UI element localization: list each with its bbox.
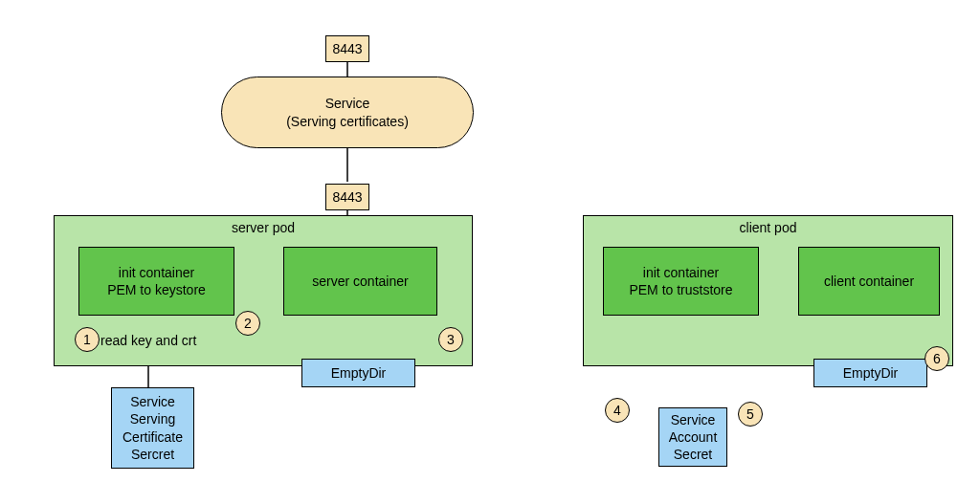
client-init-container: init container PEM to truststore — [603, 247, 759, 316]
server-secret-3: Certificate — [122, 428, 183, 446]
service-title-2: (Serving certificates) — [286, 113, 409, 130]
client-secret-3: Secret — [674, 446, 712, 463]
client-container-label: client container — [824, 273, 914, 290]
server-init-line2: PEM to keystore — [107, 281, 206, 298]
server-secret-1: Service — [130, 393, 175, 410]
callout-1: 1 — [75, 327, 100, 352]
callout-4: 4 — [605, 398, 630, 423]
callout-6: 6 — [924, 346, 949, 371]
server-container-label: server container — [312, 273, 408, 290]
callout-2: 2 — [235, 311, 260, 336]
server-container: server container — [283, 247, 437, 316]
client-init-line2: PEM to truststore — [629, 281, 732, 298]
server-pod-port-badge: 8443 — [325, 184, 369, 210]
server-init-line1: init container — [119, 264, 194, 281]
client-emptydir-label: EmptyDir — [843, 364, 899, 382]
server-pod-port: 8443 — [332, 189, 362, 205]
service-title-1: Service — [325, 95, 370, 112]
client-init-line1: init container — [643, 264, 719, 281]
service-node: Service (Serving certificates) — [221, 77, 474, 148]
client-container: client container — [798, 247, 940, 316]
server-pod-label: server pod — [55, 220, 472, 235]
client-pod-label: client pod — [584, 220, 952, 235]
callout-3: 3 — [438, 327, 463, 352]
server-secret-4: Sercret — [131, 446, 174, 463]
service-port: 8443 — [332, 41, 362, 56]
server-secret: Service Serving Certificate Sercret — [111, 387, 194, 469]
read-key-crt-label: read key and crt — [100, 333, 196, 348]
server-emptydir: EmptyDir — [301, 359, 415, 387]
server-secret-2: Serving — [130, 410, 175, 427]
server-emptydir-label: EmptyDir — [331, 364, 387, 382]
server-init-container: init container PEM to keystore — [78, 247, 234, 316]
callout-5: 5 — [738, 402, 763, 427]
client-secret-2: Account — [669, 428, 718, 446]
client-secret-1: Service — [671, 411, 716, 428]
client-emptydir: EmptyDir — [813, 359, 927, 387]
client-secret: Service Account Secret — [658, 407, 727, 467]
service-port-badge: 8443 — [325, 35, 369, 62]
